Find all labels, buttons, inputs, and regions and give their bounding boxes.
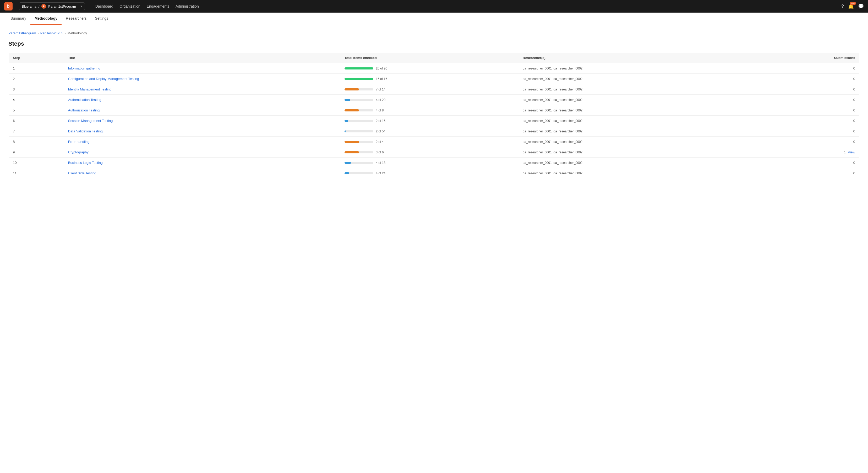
- step-title[interactable]: Client Side Testing: [64, 168, 340, 179]
- messages-icon[interactable]: 💬: [858, 3, 864, 9]
- help-icon[interactable]: ?: [841, 4, 844, 9]
- step-submissions: 0: [756, 157, 859, 168]
- step-title-link[interactable]: Session Management Testing: [68, 119, 113, 123]
- step-researchers: qa_researcher_0001, qa_researcher_0002: [519, 95, 756, 105]
- researchers-text: qa_researcher_0001, qa_researcher_0002: [523, 161, 582, 165]
- step-submissions: 0: [756, 168, 859, 179]
- nav-engagements[interactable]: Engagements: [147, 4, 169, 8]
- step-title-link[interactable]: Authorization Testing: [68, 108, 99, 112]
- submission-count: 0: [853, 129, 855, 133]
- step-progress: 4 of 18: [340, 157, 519, 168]
- step-number: 5: [9, 105, 64, 116]
- nav-organization[interactable]: Organization: [120, 4, 140, 8]
- step-title[interactable]: Cryptography: [64, 147, 340, 157]
- step-submissions: 1View: [756, 147, 859, 157]
- program-selector[interactable]: Bluerama / P Param1stProgram ▾: [19, 2, 85, 10]
- step-title-link[interactable]: Authentication Testing: [68, 98, 101, 102]
- progress-bar-wrap: [344, 151, 373, 153]
- progress-bar-fill: [344, 99, 350, 101]
- step-title-link[interactable]: Information gathering: [68, 66, 100, 70]
- step-number: 8: [9, 137, 64, 147]
- step-title[interactable]: Information gathering: [64, 63, 340, 74]
- breadcrumb-program[interactable]: Param1stProgram: [8, 31, 36, 35]
- progress-bar-fill: [344, 67, 373, 69]
- table-row: 5Authorization Testing4 of 8qa_researche…: [9, 105, 860, 116]
- step-title-link[interactable]: Client Side Testing: [68, 171, 96, 175]
- table-row: 9Cryptography3 of 6qa_researcher_0001, q…: [9, 147, 860, 157]
- step-title-link[interactable]: Cryptography: [68, 150, 89, 154]
- step-title-link[interactable]: Identity Management Testing: [68, 87, 112, 91]
- step-number: 11: [9, 168, 64, 179]
- step-progress: 2 of 16: [340, 116, 519, 126]
- progress-label: 3 of 6: [376, 150, 384, 154]
- progress-bar-wrap: [344, 109, 373, 112]
- progress-bar-wrap: [344, 78, 373, 80]
- tab-methodology[interactable]: Methodology: [30, 12, 62, 25]
- step-title[interactable]: Error handling: [64, 137, 340, 147]
- step-researchers: qa_researcher_0001, qa_researcher_0002: [519, 147, 756, 157]
- tab-summary[interactable]: Summary: [6, 12, 30, 25]
- step-title-link[interactable]: Data Validation Testing: [68, 129, 103, 133]
- step-title[interactable]: Data Validation Testing: [64, 126, 340, 137]
- step-progress: 3 of 6: [340, 147, 519, 157]
- step-title[interactable]: Authorization Testing: [64, 105, 340, 116]
- app-logo[interactable]: b: [4, 2, 12, 10]
- tab-researchers[interactable]: Researchers: [62, 12, 91, 25]
- progress-bar-wrap: [344, 130, 373, 132]
- step-progress: 2 of 4: [340, 137, 519, 147]
- step-number: 10: [9, 157, 64, 168]
- researchers-text: qa_researcher_0001, qa_researcher_0002: [523, 88, 582, 91]
- main-content: Param1stProgram › PenTest-26955 › Method…: [0, 25, 868, 185]
- top-navigation: b Bluerama / P Param1stProgram ▾ Dashboa…: [0, 0, 868, 12]
- step-title[interactable]: Session Management Testing: [64, 116, 340, 126]
- col-step: Step: [9, 53, 64, 63]
- step-researchers: qa_researcher_0001, qa_researcher_0002: [519, 157, 756, 168]
- researchers-text: qa_researcher_0001, qa_researcher_0002: [523, 140, 582, 144]
- progress-label: 4 of 18: [376, 161, 386, 165]
- step-progress: 20 of 20: [340, 63, 519, 74]
- breadcrumb-sep-1: ›: [37, 31, 38, 35]
- tab-bar: Summary Methodology Researchers Settings: [0, 12, 868, 25]
- progress-bar-fill: [344, 120, 348, 122]
- step-number: 9: [9, 147, 64, 157]
- submission-count: 0: [853, 108, 855, 112]
- progress-bar-wrap: [344, 141, 373, 143]
- progress-bar-fill: [344, 109, 359, 112]
- researchers-text: qa_researcher_0001, qa_researcher_0002: [523, 129, 582, 133]
- program-icon: P: [41, 4, 46, 9]
- table-row: 6Session Management Testing2 of 16qa_res…: [9, 116, 860, 126]
- progress-bar-wrap: [344, 67, 373, 69]
- nav-dashboard[interactable]: Dashboard: [95, 4, 114, 8]
- researchers-text: qa_researcher_0001, qa_researcher_0002: [523, 150, 582, 154]
- nav-administration[interactable]: Administration: [176, 4, 199, 8]
- step-title[interactable]: Identity Management Testing: [64, 84, 340, 95]
- col-researchers: Researcher(s): [519, 53, 756, 63]
- step-submissions: 0: [756, 116, 859, 126]
- view-submissions-link[interactable]: View: [848, 150, 855, 154]
- step-progress: 16 of 16: [340, 74, 519, 84]
- notifications-icon[interactable]: 🔔 557: [848, 3, 854, 9]
- progress-label: 4 of 8: [376, 109, 384, 112]
- step-title-link[interactable]: Error handling: [68, 140, 90, 144]
- progress-label: 16 of 16: [376, 77, 387, 81]
- tab-settings[interactable]: Settings: [91, 12, 113, 25]
- chevron-down-icon: ▾: [81, 4, 82, 8]
- progress-bar-fill: [344, 78, 373, 80]
- step-researchers: qa_researcher_0001, qa_researcher_0002: [519, 168, 756, 179]
- step-submissions: 0: [756, 105, 859, 116]
- breadcrumb-sep-2: ›: [65, 31, 66, 35]
- step-researchers: qa_researcher_0001, qa_researcher_0002: [519, 84, 756, 95]
- step-title[interactable]: Configuration and Deploy Management Test…: [64, 74, 340, 84]
- step-progress: 7 of 14: [340, 84, 519, 95]
- progress-bar-fill: [344, 162, 351, 164]
- step-title[interactable]: Authentication Testing: [64, 95, 340, 105]
- breadcrumb: Param1stProgram › PenTest-26955 › Method…: [8, 31, 860, 35]
- breadcrumb-pentest[interactable]: PenTest-26955: [40, 31, 63, 35]
- step-title-link[interactable]: Configuration and Deploy Management Test…: [68, 77, 139, 81]
- researchers-text: qa_researcher_0001, qa_researcher_0002: [523, 119, 582, 123]
- step-title-link[interactable]: Business Logic Testing: [68, 161, 103, 165]
- step-number: 4: [9, 95, 64, 105]
- table-row: 3Identity Management Testing7 of 14qa_re…: [9, 84, 860, 95]
- table-row: 2Configuration and Deploy Management Tes…: [9, 74, 860, 84]
- step-title[interactable]: Business Logic Testing: [64, 157, 340, 168]
